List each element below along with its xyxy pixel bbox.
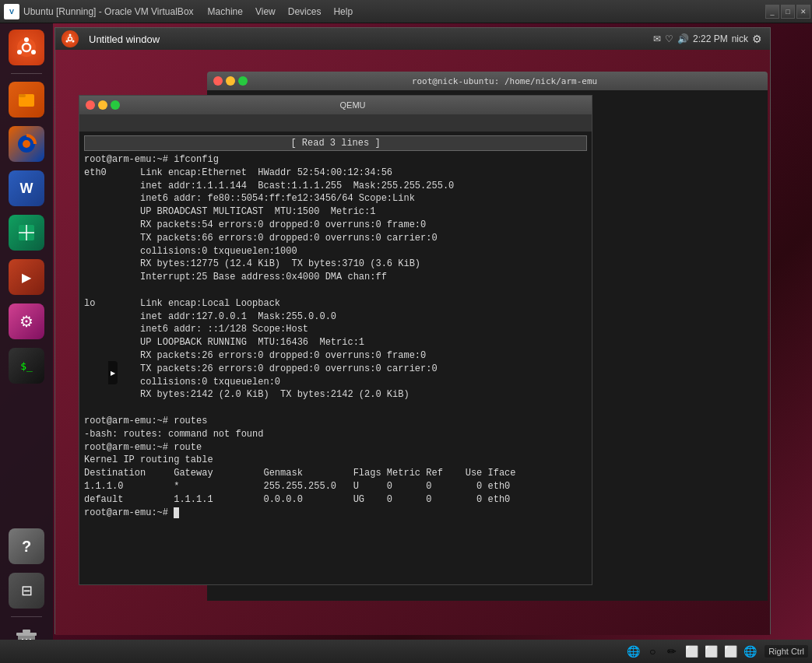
qemu-maximize-dot[interactable] [111,100,120,110]
qemu-line: inet6 addr: ::1/128 Scope:Host [84,323,587,336]
menu-devices[interactable]: Devices [282,5,328,19]
sidebar-item-calc[interactable] [6,212,47,253]
bottom-wifi-icon: ○ [644,643,661,660]
vbox-window-title: Ubuntu [Running] - Oracle VM VirtualBox [23,6,194,17]
sidebar-item-firefox[interactable] [6,124,47,164]
ubuntu-desktop-area: root@nick-ubuntu: /home/nick/arm-emu ine… [55,50,770,635]
ubuntu-top-bar: Untitled window ✉ ♡ 🔊 2:22 PM nick ⚙ [55,28,770,50]
vbox-main-window: Untitled window ✉ ♡ 🔊 2:22 PM nick ⚙ [54,27,771,634]
sidebar-item-help[interactable]: ? [6,526,47,567]
qemu-line: UP BROADCAST MULTICAST MTU:1500 Metric:1 [84,205,587,219]
qemu-line: collisions:0 txqueuelen:1000 [84,245,587,258]
bottom-edit-icon: ✏ [663,643,680,660]
qemu-menu-bar [79,114,592,132]
main-terminal-dots [213,76,248,86]
qemu-terminal-body[interactable]: [ Read 3 lines ] root@arm-emu:~# ifconfi… [79,132,592,584]
user-label: nick [732,33,748,44]
taskbar-left: V Ubuntu [Running] - Oracle VM VirtualBo… [0,4,194,19]
bottom-taskbar: 🌐 ○ ✏ ⬜ ⬜ ⬜ 🌐 Right Ctrl [0,640,812,663]
sidebar-item-settings[interactable]: ⚙ [6,301,47,342]
bottom-globe-icon: 🌐 [624,643,642,660]
close-button[interactable]: ✕ [796,5,810,19]
qemu-line: UP LOOPBACK RUNNING MTU:16436 Metric:1 [84,336,587,349]
svg-point-21 [72,40,75,43]
sidebar-item-impress[interactable]: ▶ [6,257,47,297]
clock: 2:22 PM [693,33,728,44]
svg-point-8 [23,140,30,148]
qemu-line: Destination Gateway Genmask Flags Metric… [84,467,587,480]
menu-help[interactable]: Help [327,5,359,19]
menu-machine[interactable]: Machine [202,5,249,19]
sidebar-item-files2[interactable]: ⊟ [6,570,47,611]
sidebar-item-writer[interactable]: W [6,168,47,209]
qemu-line: Kernel IP routing table [84,454,587,467]
qemu-line: root@arm-emu:~# routes [84,415,587,428]
qemu-line: RX bytes:12775 (12.4 KiB) TX bytes:3710 … [84,258,587,271]
close-dot[interactable] [213,76,223,86]
svg-point-4 [17,50,22,54]
qemu-title: QEMU [340,100,366,110]
qemu-line: default 1.1.1.1 0.0.0.0 UG 0 0 0 eth0 [84,493,587,507]
svg-rect-14 [23,630,30,633]
files2-icon: ⊟ [9,573,44,609]
ubuntu-topbar-right: ✉ ♡ 🔊 2:22 PM nick ⚙ [653,33,770,45]
vbox-menus: Machine View Devices Help [202,5,360,19]
minimize-dot[interactable] [226,76,235,86]
qemu-line: inet addr:127.0.0.1 Mask:255.0.0.0 [84,310,587,324]
svg-point-2 [24,37,29,42]
qemu-line: eth0 Link encap:Ethernet HWaddr 52:54:00… [84,167,587,180]
bottom-screen2-icon: ⬜ [702,643,719,660]
vbox-logo-icon: V [4,4,19,19]
qemu-line: 1.1.1.0 * 255.255.255.0 U 0 0 0 eth0 [84,480,587,493]
qemu-minimize-dot[interactable] [98,100,107,110]
svg-point-22 [66,40,69,43]
qemu-line: RX bytes:2142 (2.0 KiB) TX bytes:2142 (2… [84,388,587,402]
files-icon [9,82,44,118]
network-icon: ♡ [665,33,673,44]
vbox-taskbar: V Ubuntu [Running] - Oracle VM VirtualBo… [0,0,812,23]
menu-view[interactable]: View [249,5,282,19]
settings-icon: ⚙ [9,303,44,339]
qemu-line: inet addr:1.1.1.144 Bcast:1.1.1.255 Mask… [84,180,587,193]
bottom-settings-icon: 🌐 [741,643,758,660]
right-ctrl-label: Right Ctrl [765,645,808,658]
qemu-line: lo Link encap:Local Loopback [84,297,587,310]
qemu-titlebar: QEMU [79,96,592,114]
ubuntu-logo-icon [9,30,44,65]
qemu-line: RX packets:54 errors:0 dropped:0 overrun… [84,219,587,232]
maximize-dot[interactable] [238,76,248,86]
qemu-close-dot[interactable] [86,100,95,110]
sidebar-item-terminal[interactable]: $_ [6,346,47,386]
sidebar-separator [11,73,42,74]
sidebar-item-files[interactable] [6,79,47,120]
volume-icon: 🔊 [677,33,689,44]
svg-point-20 [69,34,72,37]
qemu-line: root@arm-emu:~# route [84,441,587,454]
bottom-taskbar-icons: 🌐 ○ ✏ ⬜ ⬜ ⬜ 🌐 Right Ctrl [624,643,812,660]
maximize-button[interactable]: □ [781,5,795,19]
read-lines-banner: [ Read 3 lines ] [84,135,587,151]
bottom-screen1-icon: ⬜ [683,643,700,660]
firefox-icon [9,126,44,162]
svg-rect-6 [19,94,26,97]
terminal-icon: $_ [9,348,44,384]
impress-icon: ▶ [9,259,44,295]
qemu-line: RX packets:26 errors:0 dropped:0 overrun… [84,349,587,363]
qemu-window: QEMU [ Read 3 lines ] root@arm-emu:~# if… [79,95,592,585]
qemu-line: collisions:0 txqueuelen:0 [84,376,587,389]
help-icon: ? [9,528,44,564]
bottom-screen3-icon: ⬜ [722,643,739,660]
svg-rect-13 [16,633,37,636]
sidebar-item-ubuntu[interactable] [6,27,47,68]
qemu-line [84,284,587,297]
qemu-line: root@arm-emu:~# ifconfig [84,153,587,167]
sidebar-expand-arrow[interactable]: ▶ [108,361,118,384]
svg-point-3 [31,50,36,54]
system-menu-icon[interactable]: ⚙ [752,33,762,45]
desktop: W ▶ ⚙ $_ ? ⊟ [0,23,812,663]
sidebar-separator-2 [11,616,42,617]
window-controls: _ □ ✕ [765,5,812,19]
minimize-button[interactable]: _ [765,5,779,19]
calc-icon [9,215,44,251]
ubuntu-title-label: Untitled window [83,32,166,47]
